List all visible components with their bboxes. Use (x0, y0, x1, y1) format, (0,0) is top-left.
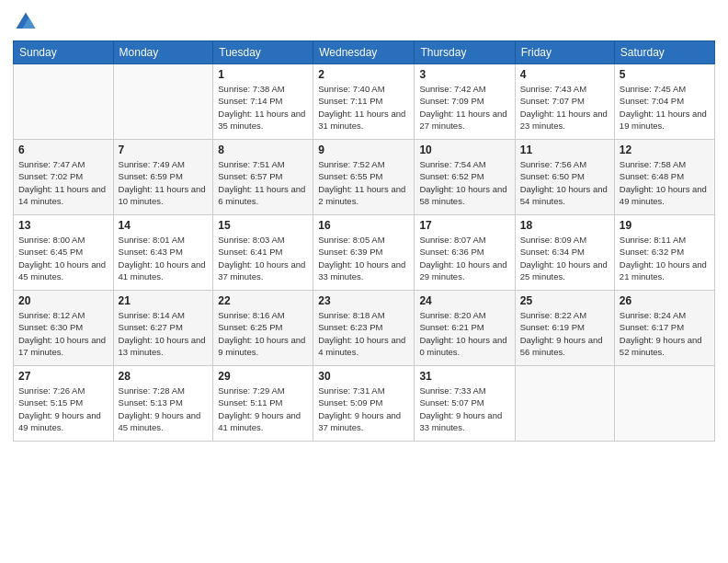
logo-icon (13, 9, 39, 35)
day-number: 28 (119, 370, 209, 383)
day-info: Sunrise: 8:05 AMSunset: 6:39 PMDaylight:… (318, 234, 409, 282)
week-row-3: 13Sunrise: 8:00 AMSunset: 6:45 PMDayligh… (14, 215, 715, 291)
day-number: 2 (318, 68, 409, 81)
day-info: Sunrise: 7:43 AMSunset: 7:07 PMDaylight:… (520, 83, 609, 132)
day-cell: 16Sunrise: 8:05 AMSunset: 6:39 PMDayligh… (313, 215, 415, 291)
week-row-2: 6Sunrise: 7:47 AMSunset: 7:02 PMDaylight… (14, 140, 715, 215)
day-cell: 29Sunrise: 7:29 AMSunset: 5:11 PMDayligh… (213, 366, 313, 442)
day-cell: 12Sunrise: 7:58 AMSunset: 6:48 PMDayligh… (614, 140, 714, 215)
day-number: 22 (218, 294, 308, 307)
day-info: Sunrise: 7:42 AMSunset: 7:09 PMDaylight:… (419, 83, 509, 132)
weekday-header-row: SundayMondayTuesdayWednesdayThursdayFrid… (14, 41, 715, 64)
day-cell: 18Sunrise: 8:09 AMSunset: 6:34 PMDayligh… (515, 215, 614, 291)
day-number: 31 (419, 370, 509, 383)
weekday-header-tuesday: Tuesday (213, 41, 313, 64)
day-info: Sunrise: 8:12 AMSunset: 6:30 PMDaylight:… (18, 309, 108, 358)
day-cell: 21Sunrise: 8:14 AMSunset: 6:27 PMDayligh… (113, 291, 213, 366)
weekday-header-sunday: Sunday (14, 41, 114, 64)
day-cell: 30Sunrise: 7:31 AMSunset: 5:09 PMDayligh… (313, 366, 415, 442)
day-info: Sunrise: 8:22 AMSunset: 6:19 PMDaylight:… (520, 309, 609, 358)
day-cell: 9Sunrise: 7:52 AMSunset: 6:55 PMDaylight… (313, 140, 415, 215)
day-info: Sunrise: 7:51 AMSunset: 6:57 PMDaylight:… (218, 158, 308, 207)
day-info: Sunrise: 8:24 AMSunset: 6:17 PMDaylight:… (620, 309, 710, 358)
day-info: Sunrise: 8:18 AMSunset: 6:23 PMDaylight:… (318, 309, 409, 358)
day-number: 25 (520, 294, 609, 307)
day-info: Sunrise: 7:49 AMSunset: 6:59 PMDaylight:… (119, 158, 209, 207)
day-number: 3 (419, 68, 509, 81)
calendar: SundayMondayTuesdayWednesdayThursdayFrid… (13, 40, 715, 442)
day-info: Sunrise: 8:09 AMSunset: 6:34 PMDaylight:… (520, 234, 609, 282)
day-cell (14, 64, 114, 140)
day-cell: 17Sunrise: 8:07 AMSunset: 6:36 PMDayligh… (415, 215, 515, 291)
day-number: 5 (620, 68, 710, 81)
day-info: Sunrise: 7:38 AMSunset: 7:14 PMDaylight:… (218, 83, 308, 132)
day-info: Sunrise: 7:58 AMSunset: 6:48 PMDaylight:… (620, 158, 710, 207)
day-cell: 31Sunrise: 7:33 AMSunset: 5:07 PMDayligh… (415, 366, 515, 442)
day-number: 16 (318, 219, 409, 232)
day-number: 12 (620, 144, 710, 156)
day-cell: 20Sunrise: 8:12 AMSunset: 6:30 PMDayligh… (14, 291, 114, 366)
day-info: Sunrise: 8:20 AMSunset: 6:21 PMDaylight:… (419, 309, 509, 358)
day-cell: 24Sunrise: 8:20 AMSunset: 6:21 PMDayligh… (415, 291, 515, 366)
day-cell: 28Sunrise: 7:28 AMSunset: 5:13 PMDayligh… (113, 366, 213, 442)
day-cell: 23Sunrise: 8:18 AMSunset: 6:23 PMDayligh… (313, 291, 415, 366)
day-cell (515, 366, 614, 442)
day-cell: 5Sunrise: 7:45 AMSunset: 7:04 PMDaylight… (614, 64, 714, 140)
day-info: Sunrise: 7:52 AMSunset: 6:55 PMDaylight:… (318, 158, 409, 207)
day-info: Sunrise: 7:31 AMSunset: 5:09 PMDaylight:… (318, 385, 409, 433)
day-number: 21 (119, 294, 209, 307)
day-info: Sunrise: 8:00 AMSunset: 6:45 PMDaylight:… (18, 234, 108, 282)
day-cell: 1Sunrise: 7:38 AMSunset: 7:14 PMDaylight… (213, 64, 313, 140)
day-cell: 13Sunrise: 8:00 AMSunset: 6:45 PMDayligh… (14, 215, 114, 291)
day-cell (614, 366, 714, 442)
weekday-header-saturday: Saturday (614, 41, 714, 64)
week-row-5: 27Sunrise: 7:26 AMSunset: 5:15 PMDayligh… (14, 366, 715, 442)
day-number: 14 (119, 219, 209, 232)
week-row-1: 1Sunrise: 7:38 AMSunset: 7:14 PMDaylight… (14, 64, 715, 140)
day-number: 10 (419, 144, 509, 156)
day-number: 18 (520, 219, 609, 232)
day-number: 26 (620, 294, 710, 307)
day-number: 15 (218, 219, 308, 232)
day-number: 8 (218, 144, 308, 156)
day-info: Sunrise: 8:07 AMSunset: 6:36 PMDaylight:… (419, 234, 509, 282)
day-info: Sunrise: 7:54 AMSunset: 6:52 PMDaylight:… (419, 158, 509, 207)
day-cell (113, 64, 213, 140)
weekday-header-wednesday: Wednesday (313, 41, 415, 64)
day-info: Sunrise: 8:14 AMSunset: 6:27 PMDaylight:… (119, 309, 209, 358)
day-cell: 4Sunrise: 7:43 AMSunset: 7:07 PMDaylight… (515, 64, 614, 140)
day-cell: 14Sunrise: 8:01 AMSunset: 6:43 PMDayligh… (113, 215, 213, 291)
day-cell: 2Sunrise: 7:40 AMSunset: 7:11 PMDaylight… (313, 64, 415, 140)
day-number: 6 (18, 144, 108, 156)
day-cell: 26Sunrise: 8:24 AMSunset: 6:17 PMDayligh… (614, 291, 714, 366)
day-number: 17 (419, 219, 509, 232)
day-info: Sunrise: 7:47 AMSunset: 7:02 PMDaylight:… (18, 158, 108, 207)
day-cell: 3Sunrise: 7:42 AMSunset: 7:09 PMDaylight… (415, 64, 515, 140)
day-cell: 22Sunrise: 8:16 AMSunset: 6:25 PMDayligh… (213, 291, 313, 366)
day-number: 4 (520, 68, 609, 81)
weekday-header-friday: Friday (515, 41, 614, 64)
day-cell: 15Sunrise: 8:03 AMSunset: 6:41 PMDayligh… (213, 215, 313, 291)
day-number: 7 (119, 144, 209, 156)
day-cell: 19Sunrise: 8:11 AMSunset: 6:32 PMDayligh… (614, 215, 714, 291)
day-info: Sunrise: 7:29 AMSunset: 5:11 PMDaylight:… (218, 385, 308, 433)
day-info: Sunrise: 7:45 AMSunset: 7:04 PMDaylight:… (620, 83, 710, 132)
day-number: 11 (520, 144, 609, 156)
day-number: 20 (18, 294, 108, 307)
header (13, 9, 715, 35)
day-info: Sunrise: 8:01 AMSunset: 6:43 PMDaylight:… (119, 234, 209, 282)
day-info: Sunrise: 7:33 AMSunset: 5:07 PMDaylight:… (419, 385, 509, 433)
day-cell: 11Sunrise: 7:56 AMSunset: 6:50 PMDayligh… (515, 140, 614, 215)
weekday-header-thursday: Thursday (415, 41, 515, 64)
day-info: Sunrise: 8:11 AMSunset: 6:32 PMDaylight:… (620, 234, 710, 282)
day-number: 1 (218, 68, 308, 81)
day-info: Sunrise: 7:28 AMSunset: 5:13 PMDaylight:… (119, 385, 209, 433)
day-cell: 10Sunrise: 7:54 AMSunset: 6:52 PMDayligh… (415, 140, 515, 215)
week-row-4: 20Sunrise: 8:12 AMSunset: 6:30 PMDayligh… (14, 291, 715, 366)
day-cell: 7Sunrise: 7:49 AMSunset: 6:59 PMDaylight… (113, 140, 213, 215)
day-number: 9 (318, 144, 409, 156)
weekday-header-monday: Monday (113, 41, 213, 64)
day-cell: 27Sunrise: 7:26 AMSunset: 5:15 PMDayligh… (14, 366, 114, 442)
day-cell: 6Sunrise: 7:47 AMSunset: 7:02 PMDaylight… (14, 140, 114, 215)
day-info: Sunrise: 8:16 AMSunset: 6:25 PMDaylight:… (218, 309, 308, 358)
